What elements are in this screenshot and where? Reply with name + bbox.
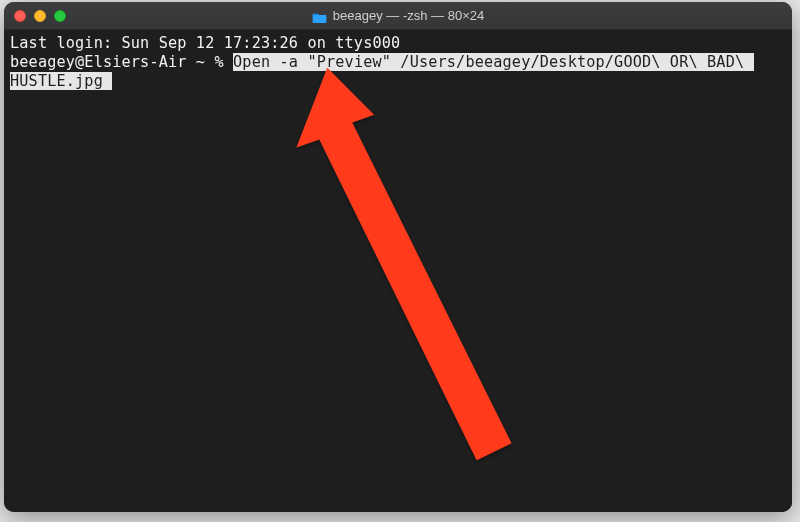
command-selected-2[interactable]: HUSTLE.jpg: [10, 72, 112, 90]
traffic-lights: [14, 10, 66, 22]
minimize-button[interactable]: [34, 10, 46, 22]
zoom-button[interactable]: [54, 10, 66, 22]
terminal-window: beeagey — -zsh — 80×24 Last login: Sun S…: [4, 2, 792, 512]
last-login-line: Last login: Sun Sep 12 17:23:26 on ttys0…: [10, 34, 786, 53]
titlebar[interactable]: beeagey — -zsh — 80×24: [4, 2, 792, 30]
prompt-line: beeagey@Elsiers-Air ~ % Open -a "Preview…: [10, 53, 786, 72]
title: beeagey — -zsh — 80×24: [4, 8, 792, 23]
svg-marker-0: [296, 68, 511, 460]
annotation-arrow: [4, 30, 792, 512]
terminal-body[interactable]: Last login: Sun Sep 12 17:23:26 on ttys0…: [4, 30, 792, 512]
window-title-text: beeagey — -zsh — 80×24: [333, 8, 484, 23]
command-wrap-line: HUSTLE.jpg: [10, 72, 786, 91]
folder-icon: [312, 10, 327, 22]
command-selected-1[interactable]: Open -a "Preview" /Users/beeagey/Desktop…: [233, 53, 753, 71]
prompt-text: beeagey@Elsiers-Air ~ %: [10, 53, 233, 71]
close-button[interactable]: [14, 10, 26, 22]
